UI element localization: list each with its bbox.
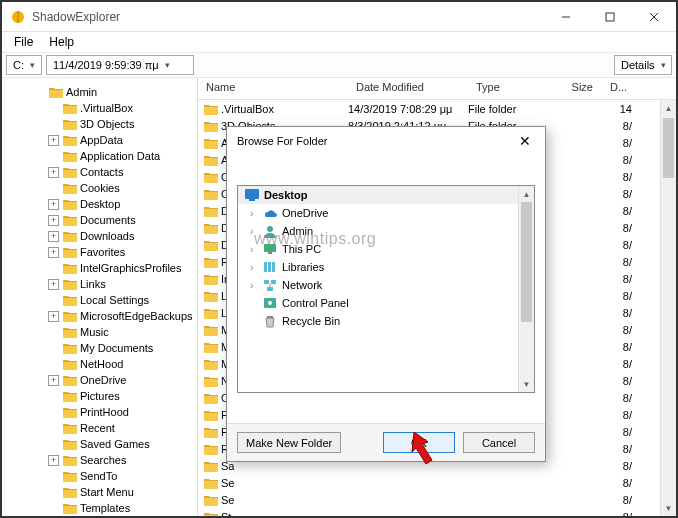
cancel-button[interactable]: Cancel [463,432,535,453]
tree-item[interactable]: IntelGraphicsProfiles [2,260,197,276]
list-row[interactable]: Se8/ [198,474,676,491]
list-row[interactable]: St8/ [198,508,676,516]
tree-label: Admin [66,86,97,98]
folder-tree[interactable]: Admin.VirtualBox3D Objects+AppDataApplic… [2,78,198,516]
window-title: ShadowExplorer [32,10,544,24]
expand-toggle[interactable]: + [48,311,59,322]
make-new-folder-button[interactable]: Make New Folder [237,432,341,453]
tree-item[interactable]: Recent [2,420,197,436]
minimize-button[interactable] [544,2,588,32]
tree-label: Cookies [80,182,120,194]
browse-item-label: This PC [282,243,321,255]
expand-toggle[interactable]: + [48,199,59,210]
tree-item[interactable]: +OneDrive [2,372,197,388]
tree-item[interactable]: Templates [2,500,197,516]
tree-item[interactable]: SendTo [2,468,197,484]
menu-file[interactable]: File [6,33,41,51]
file-d: 8/ [602,307,632,319]
chevron-down-icon: ▾ [165,60,170,70]
tree-item[interactable]: Admin [2,84,197,100]
expand-toggle[interactable]: + [48,375,59,386]
browse-item[interactable]: Recycle Bin [238,312,534,330]
dialog-titlebar[interactable]: Browse For Folder ✕ [227,127,545,155]
maximize-button[interactable] [588,2,632,32]
browse-scrollbar[interactable]: ▲▼ [518,186,534,392]
browse-item[interactable]: ›Network [238,276,534,294]
view-label: Details [621,59,655,71]
browse-folder-dialog: Browse For Folder ✕ Desktop ›OneDrive›Ad… [226,126,546,462]
tree-label: Start Menu [80,486,134,498]
tree-item[interactable]: NetHood [2,356,197,372]
tree-label: Links [80,278,106,290]
expand-toggle[interactable]: + [48,455,59,466]
expand-toggle[interactable]: + [48,215,59,226]
col-name[interactable]: Name [198,78,348,99]
browse-item-label: Recycle Bin [282,315,340,327]
close-button[interactable] [632,2,676,32]
chevron-down-icon: ▾ [661,60,666,70]
file-d: 8/ [602,188,632,200]
tree-label: Application Data [80,150,160,162]
expand-toggle[interactable]: + [48,247,59,258]
view-select[interactable]: Details▾ [614,55,672,75]
tree-label: Downloads [80,230,134,242]
tree-item[interactable]: Pictures [2,388,197,404]
browse-item[interactable]: ›This PC [238,240,534,258]
tree-item[interactable]: 3D Objects [2,116,197,132]
expand-toggle[interactable]: + [48,167,59,178]
browse-tree[interactable]: Desktop ›OneDrive›Admin›This PC›Librarie… [237,185,535,393]
expand-chevron-icon: › [250,280,262,291]
ok-button[interactable]: OK [383,432,455,453]
tree-item[interactable]: Music [2,324,197,340]
tree-item[interactable]: +Desktop [2,196,197,212]
tree-item[interactable]: +MicrosoftEdgeBackups [2,308,197,324]
file-d: 8/ [602,511,632,517]
tree-item[interactable]: +Links [2,276,197,292]
expand-toggle[interactable]: + [48,231,59,242]
user-icon [262,224,278,238]
list-scrollbar[interactable]: ▲▼ [660,100,676,516]
file-d: 8/ [602,392,632,404]
tree-item[interactable]: Cookies [2,180,197,196]
tree-item[interactable]: +Downloads [2,228,197,244]
browse-root-row[interactable]: Desktop [238,186,534,204]
file-date: 14/3/2019 7:08:29 μμ [348,103,468,115]
menubar: File Help [2,32,676,52]
file-d: 8/ [602,358,632,370]
browse-item[interactable]: ›Admin [238,222,534,240]
tree-item[interactable]: +Favorites [2,244,197,260]
menu-help[interactable]: Help [41,33,82,51]
tree-item[interactable]: My Documents [2,340,197,356]
tree-item[interactable]: +Contacts [2,164,197,180]
tree-item[interactable]: .VirtualBox [2,100,197,116]
col-type[interactable]: Type [468,78,540,99]
list-row[interactable]: .VirtualBox14/3/2019 7:08:29 μμFile fold… [198,100,676,117]
tree-item[interactable]: PrintHood [2,404,197,420]
drive-select[interactable]: C:▾ [6,55,42,75]
tree-item[interactable]: +AppData [2,132,197,148]
file-d: 8/ [602,426,632,438]
expand-toggle[interactable]: + [48,279,59,290]
tree-label: My Documents [80,342,153,354]
expand-toggle[interactable]: + [48,135,59,146]
tree-item[interactable]: +Searches [2,452,197,468]
tree-item[interactable]: +Documents [2,212,197,228]
tree-item[interactable]: Local Settings [2,292,197,308]
browse-item-label: Libraries [282,261,324,273]
browse-item[interactable]: Control Panel [238,294,534,312]
file-d: 8/ [602,375,632,387]
col-date[interactable]: Date Modified [348,78,468,99]
col-d[interactable]: D... [602,78,632,99]
drive-label: C: [13,59,24,71]
col-size[interactable]: Size [540,78,602,99]
browse-item[interactable]: ›OneDrive [238,204,534,222]
tree-item[interactable]: Start Menu [2,484,197,500]
tree-item[interactable]: Saved Games [2,436,197,452]
snapshot-select[interactable]: 11/4/2019 9:59:39 πμ▾ [46,55,194,75]
window-titlebar: ShadowExplorer [2,2,676,32]
list-row[interactable]: Se8/ [198,491,676,508]
browse-item[interactable]: ›Libraries [238,258,534,276]
dialog-close-button[interactable]: ✕ [511,129,539,153]
svg-rect-12 [272,262,275,272]
tree-item[interactable]: Application Data [2,148,197,164]
